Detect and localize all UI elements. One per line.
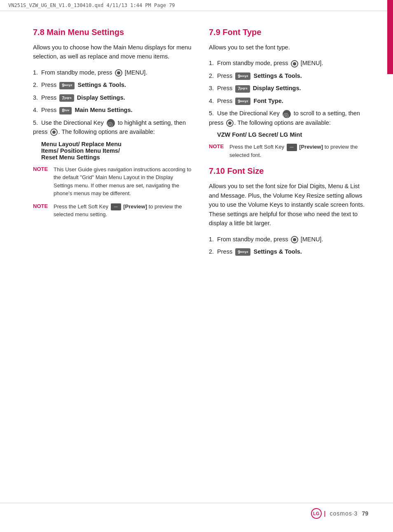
key-9-badge-79: 9wxyz (235, 72, 250, 80)
key-7-badge: 7pqrs (59, 94, 74, 102)
section-710-steps: 1. From standby mode, press [MENU]. 2. P… (209, 235, 368, 257)
step-79-4: 4. Press 9wxyz Font Type. (209, 96, 368, 105)
step-78-1: 1. From standby mode, press [MENU]. (33, 68, 192, 77)
section-78: 7.8 Main Menu Settings Allows you to cho… (33, 28, 192, 219)
step-79-3: 3. Press 7pqrs Display Settings. (209, 84, 368, 93)
note-label-2: NOTE (33, 203, 54, 209)
soft-key-icon-left: — (111, 203, 121, 211)
menu-key-circle (115, 69, 122, 77)
section-79-title: 7.9 Font Type (209, 28, 368, 37)
section-78-steps: 1. From standby mode, press [MENU]. 2. P… (33, 68, 192, 137)
section-79-steps: 1. From standby mode, press [MENU]. 2. P… (209, 58, 368, 127)
footer: LG | cosmos·3 79 (0, 503, 393, 524)
section-710: 7.10 Font Size Allows you to set the fon… (209, 166, 368, 256)
footer-page: 79 (362, 510, 368, 517)
header-bar: VN251S_VZW_UG_EN_V1.0_130410.qxd 4/11/13… (0, 0, 393, 11)
step-78-3: 3. Press 7pqrs Display Settings. (33, 93, 192, 102)
footer-product: cosmos·3 (330, 510, 358, 517)
note-label-1: NOTE (33, 166, 54, 172)
note-text-2: Press the Left Soft Key — [Preview] to p… (54, 203, 192, 219)
red-accent-bar (387, 0, 393, 74)
step-79-2: 2. Press 9wxyz Settings & Tools. (209, 71, 368, 80)
section-79-options: VZW Font/ LG Secret/ LG Mint (217, 131, 368, 138)
step-710-2: 2. Press 9wxyz Settings & Tools. (209, 247, 368, 256)
key-9-badge: 9wxyz (59, 82, 75, 89)
note-78-1: NOTE This User Guide gives navigation in… (33, 166, 192, 198)
note-79: NOTE Press the Left Soft Key — [Preview]… (209, 143, 368, 159)
footer-logo-text: | (324, 510, 326, 517)
directional-key-icon (107, 119, 115, 127)
section-710-body: Allows you to set the font size for Dial… (209, 182, 368, 228)
ok-key-circle (50, 128, 58, 136)
menu-key-circle-79 (291, 60, 298, 68)
step-78-2: 2. Press 9wxyz Settings & Tools. (33, 80, 192, 89)
header-text: VN251S_VZW_UG_EN_V1.0_130410.qxd 4/11/13… (8, 2, 175, 8)
lg-logo-circle: LG (311, 508, 322, 519)
section-78-title: 7.8 Main Menu Settings (33, 28, 192, 37)
key-9-badge-710: 9wxyz (235, 248, 250, 256)
section-710-title: 7.10 Font Size (209, 166, 368, 176)
step-79-1: 1. From standby mode, press [MENU]. (209, 58, 368, 68)
key-8-badge: 8tuv (59, 107, 72, 114)
step-78-4: 4. Press 8tuv Main Menu Settings. (33, 105, 192, 114)
soft-key-icon-79: — (287, 144, 297, 151)
footer-logo: LG | (311, 508, 326, 519)
menu-key-circle-710 (291, 236, 298, 243)
step-78-5: 5. Use the Directional Key to highlight … (33, 118, 192, 137)
note-text-1: This User Guide gives navigation instruc… (54, 166, 192, 198)
directional-key-icon-79 (283, 110, 291, 118)
ok-key-circle-79 (226, 119, 234, 127)
note-78-2: NOTE Press the Left Soft Key — [Preview]… (33, 203, 192, 219)
section-78-body: Allows you to choose how the Main Menu d… (33, 43, 192, 61)
section-79: 7.9 Font Type Allows you to set the font… (209, 28, 368, 159)
note-text-79: Press the Left Soft Key — [Preview] to p… (229, 143, 368, 159)
key-9-badge-79b: 9wxyz (235, 98, 250, 105)
section-79-body: Allows you to set the font type. (209, 43, 368, 52)
step-710-1: 1. From standby mode, press [MENU]. (209, 235, 368, 244)
key-7-badge-79: 7pqrs (235, 85, 250, 93)
left-column: 7.8 Main Menu Settings Allows you to cho… (33, 28, 192, 261)
section-78-options: Menu Layout/ Replace Menu Items/ Positio… (41, 141, 192, 161)
right-column: 7.9 Font Type Allows you to set the font… (209, 28, 368, 261)
main-content: 7.8 Main Menu Settings Allows you to cho… (0, 11, 393, 277)
step-79-5: 5. Use the Directional Key to scroll to … (209, 109, 368, 127)
note-label-79: NOTE (209, 143, 229, 149)
